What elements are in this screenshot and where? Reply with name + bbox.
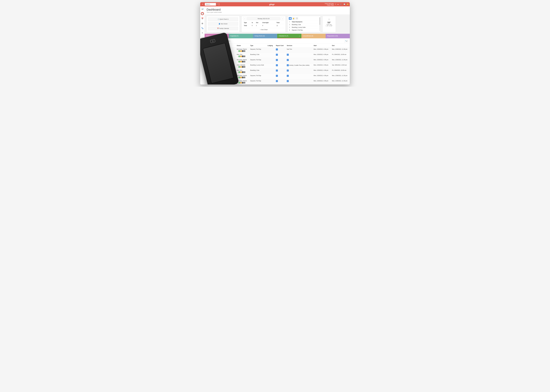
nav-settings-icon[interactable]: ⚙ [201,41,204,44]
shield-icon[interactable]: ◉ [226,50,228,52]
card-icon[interactable]: VISA [242,50,244,52]
cell-animal[interactable]: Almanac (Aussiedoodle) ＋▧📷☰✎◐◉📋 [214,48,235,53]
flag-icon[interactable]: ⚑ [217,66,219,68]
card-icon[interactable]: VISA [242,61,244,63]
cell-owner[interactable]: Moir, Erin ＋$✋VISA▭ [235,53,249,58]
cell-owner[interactable]: McCasky, Patrick ＋$✋VISA▭ [235,58,249,63]
prev-day-button[interactable]: ‹ [243,17,246,20]
edit-icon[interactable]: ✎ [224,66,226,68]
pay-icon[interactable]: ▭ [244,56,245,57]
search-button[interactable]: 🔍 [216,3,219,6]
tab-notices[interactable]: Notices (4) [205,34,229,38]
cell-owner[interactable]: Moir, Erin ＋$✋VISA▭ [235,69,249,74]
hand-icon[interactable]: ✋ [240,77,242,78]
nav-paw-icon[interactable]: 🐾 [201,27,204,30]
dot-icon[interactable]: ● [338,3,339,5]
dollar-icon[interactable]: $ [239,71,240,73]
edit-icon[interactable]: ✎ [219,77,221,78]
cell-animal[interactable]: (Wolf) ＋☰✎◐◉📋 [214,79,235,84]
box-icon[interactable]: ☰ [223,56,224,57]
cam-icon[interactable]: 📷 [221,56,222,57]
plus-icon[interactable]: ＋ [216,66,217,68]
cam-icon[interactable]: 📷 [217,71,219,73]
add-report-button[interactable]: ＋ [276,75,278,77]
nav-grid-icon[interactable]: ▦ [201,22,204,25]
dollar-icon[interactable]: $ [239,56,240,57]
card-icon[interactable]: VISA [242,66,244,68]
tab-requested[interactable]: Requested (119) [326,34,350,38]
search-input[interactable] [205,4,216,5]
dollar-icon[interactable]: $ [239,77,240,78]
checkin-row[interactable]: 7Total Checked-In [288,21,320,23]
edit-icon[interactable]: ✎ [223,50,224,52]
row-action-1[interactable]: ▾ [206,80,208,83]
cell-owner[interactable]: McCasky, Patrick ＋$✋VISA▭ [235,48,249,53]
plus-icon[interactable]: ＋ [216,82,217,84]
shield-icon[interactable]: ◉ [228,66,229,68]
summary-tab-bell[interactable]: 🔔 [292,17,295,20]
nav-calendar-icon[interactable]: 📅 [201,17,204,20]
plus-icon[interactable]: ＋ [237,61,238,63]
tab-going-home[interactable]: Going Home (4) [253,34,277,38]
pay-icon[interactable]: ▭ [244,50,245,52]
pay-icon[interactable]: ▭ [244,66,245,68]
plus-icon[interactable]: ＋ [237,82,238,84]
gender-icon[interactable]: ⚥ [219,56,221,57]
view-detail-button[interactable]: ＋View Detail [243,28,284,31]
add-report-button[interactable]: ＋ [276,54,278,56]
box-icon[interactable]: ☰ [223,66,224,68]
alert-icon[interactable]: ! [230,66,231,68]
box-icon[interactable]: ☰ [217,82,219,84]
row-action-2[interactable]: ≡▾ [209,49,212,51]
clock-icon[interactable]: ◐ [223,71,224,73]
cart-icon[interactable]: 🛒 [340,3,342,5]
clock-icon[interactable]: ◐ [221,82,222,84]
dollar-icon[interactable]: $ [239,66,240,68]
add-service-button[interactable]: ＋ [287,80,289,82]
plus-icon[interactable]: ＋ [216,50,217,52]
shield-icon[interactable]: ◉ [224,61,226,63]
checkin-row[interactable]: 4Daycare | Full Day [288,29,320,31]
date-picker-button[interactable]: Monday 2022-02-28 [247,17,280,20]
add-service-button[interactable]: ＋ [287,59,289,61]
clip-icon[interactable]: 📋 [226,61,228,63]
cell-animal[interactable]: Momo (CAT: Domestic Long Hair) ＋📷☰✎◐◉📋 [214,69,235,74]
pay-icon[interactable]: ▭ [244,77,245,78]
row-action-2[interactable]: ≡▾ [209,80,212,83]
util-icon[interactable]: ✖ [219,66,221,68]
plus-icon[interactable]: ＋ [216,71,217,73]
hand-icon[interactable]: ✋ [240,50,242,52]
box-icon[interactable]: ☰ [219,71,221,73]
add-report-button[interactable]: ＋ [276,64,278,66]
menu-toggle[interactable]: ≡ [201,3,204,5]
shield-icon[interactable]: ◉ [224,71,226,73]
edit-icon[interactable]: ✎ [219,82,221,84]
cam-icon[interactable]: 📷 [217,61,219,63]
plus-icon[interactable]: ＋ [237,56,238,57]
shield-icon[interactable]: ◉ [223,82,224,84]
dollar-icon[interactable]: $ [239,61,240,63]
nav-dashboard-icon[interactable]: 📊 [201,7,204,10]
summary-tab-clock[interactable]: 🕒 [289,17,292,20]
row-action-1[interactable]: ▾ [206,64,208,67]
cell-owner[interactable]: McCasky, Patrick ＋$✋VISA▭ [235,79,249,84]
nav-heart-icon[interactable]: ♥ [201,31,204,35]
cell-owner[interactable]: McCasky, Patrick ＋$✋VISA▭ [235,74,249,79]
dollar-icon[interactable]: $ [239,82,240,84]
clip-icon[interactable]: 📋 [228,50,229,52]
cam-icon[interactable]: 📷 [219,50,221,52]
plus-icon[interactable]: ＋ [216,77,217,78]
nav-book-icon[interactable]: 📖 [201,36,204,39]
add-report-button[interactable]: ＋ [276,49,278,50]
cell-animal[interactable]: (Beagle) ＋☰✎◐◉📋 [214,74,235,79]
tab-expected[interactable]: Expected (7) [229,34,253,38]
row-action-2[interactable]: ≡▾ [209,54,212,56]
cell-animal[interactable]: Kiki (cat) ＋✈⚥📷☰✎◐◉📋 [214,53,235,58]
summary-tab-copy[interactable]: ❐ [295,17,298,20]
photo-icon[interactable]: ▧ [217,50,219,52]
checkin-row[interactable]: 2Boarding | Cats [288,23,320,26]
card-icon[interactable]: VISA [242,82,244,84]
quick-check-in-button[interactable]: 🕒 Quick Check In [208,17,238,21]
hand-icon[interactable]: ✋ [240,56,242,57]
help-icon[interactable]: ? [335,3,336,5]
